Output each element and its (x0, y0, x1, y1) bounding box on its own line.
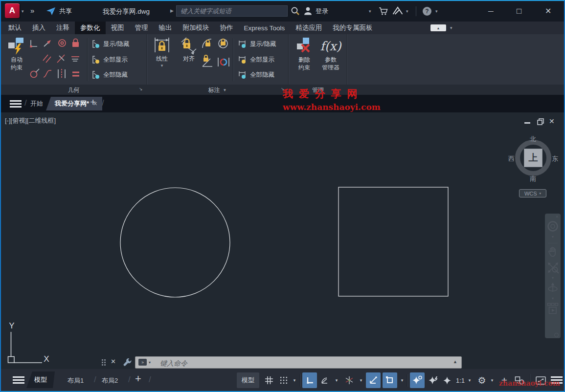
share-button[interactable]: 共享 (46, 6, 72, 16)
ribbon-tab-insert[interactable]: 插入 (27, 22, 51, 34)
dimensional-launcher-icon[interactable]: ↘ (281, 87, 285, 91)
ribbon-tab-view[interactable]: 视图 (106, 22, 130, 34)
doc-restore-button[interactable] (537, 118, 544, 125)
ribbon-minimize-menu-caret-icon[interactable]: ▾ (450, 26, 452, 30)
navbar-customize-icon[interactable] (554, 333, 559, 337)
ribbon-tab-express-tools[interactable]: Express Tools (239, 22, 291, 34)
quick-access-expand-icon[interactable]: » (30, 6, 34, 15)
autodesk-logo-icon[interactable] (392, 6, 403, 15)
annotation-monitor-button[interactable]: + (498, 372, 511, 388)
ribbon-tab-default[interactable]: 默认 (3, 22, 27, 34)
model-space-button[interactable]: 模型 (237, 372, 259, 388)
wcs-button[interactable]: WCS ▾ (519, 189, 546, 197)
navbar-close-icon[interactable]: ✕ (555, 215, 559, 219)
polar-caret-icon[interactable]: ▾ (334, 372, 339, 388)
app-logo-button[interactable]: A (5, 3, 20, 18)
command-history-caret-icon[interactable]: ▾ (149, 360, 151, 365)
workspace-gear-icon[interactable]: ⚙ (475, 372, 488, 388)
drawn-rectangle[interactable] (339, 187, 448, 296)
app-menu-caret-icon[interactable]: ▾ (22, 9, 24, 14)
aligned-dimension-button[interactable]: 对齐 (177, 36, 201, 63)
object-snap-toggle[interactable] (383, 372, 397, 388)
command-grip-handle[interactable] (102, 359, 103, 361)
grid-display-toggle[interactable] (262, 372, 276, 388)
pan-hand-icon[interactable] (547, 246, 558, 258)
ribbon-tab-annotate[interactable]: 注释 (51, 22, 75, 34)
orbit-caret-icon[interactable]: ▾ (545, 297, 561, 301)
ribbon-tab-featured-apps[interactable]: 精选应用 (290, 22, 327, 34)
clean-screen-button[interactable] (533, 372, 548, 388)
model-layout-tab[interactable]: 模型 (26, 371, 55, 388)
geometric-panel-title[interactable]: 几何 (1, 86, 146, 94)
linear-dimension-button[interactable]: 线性 ▾ (151, 36, 173, 68)
layout2-tab[interactable]: 布局2 (102, 376, 118, 385)
parameters-manager-button[interactable]: f(x) 参数 管理器 (317, 36, 344, 71)
command-prompt-icon[interactable]: > (138, 359, 147, 366)
window-close-button[interactable]: ✕ (545, 6, 551, 16)
annotation-autoscale-toggle[interactable] (427, 372, 440, 388)
geo-show-all-button[interactable]: 全部显示 (91, 55, 128, 65)
application-menu-icon[interactable] (10, 100, 22, 108)
workspace-caret-icon[interactable]: ▾ (489, 372, 495, 388)
manage-panel-title[interactable]: 管理 (289, 86, 347, 94)
viewcube-south-label[interactable]: 南 (530, 174, 536, 183)
constraint-buttons-grid[interactable] (28, 38, 86, 81)
viewcube-north-label[interactable]: 北 (530, 135, 536, 144)
isometric-caret-icon[interactable]: ▾ (358, 372, 364, 388)
polar-tracking-toggle[interactable] (319, 372, 332, 388)
window-minimize-button[interactable]: ─ (488, 7, 494, 15)
viewcube-east-label[interactable]: 东 (552, 154, 558, 163)
drawn-circle[interactable] (120, 188, 230, 297)
ribbon-minimize-button[interactable]: ▲ (430, 24, 446, 31)
help-button[interactable]: ? (423, 7, 431, 16)
dim-hide-all-button[interactable]: 全部隐藏 (238, 70, 274, 80)
ucs-icon[interactable]: Y X (8, 321, 49, 364)
ribbon-tab-parametric[interactable]: 参数化 (75, 22, 106, 34)
dimensional-panel-title-row[interactable]: 标注 ▼ (147, 86, 288, 94)
search-input[interactable] (176, 5, 288, 17)
ribbon-tab-manage[interactable]: 管理 (130, 22, 154, 34)
command-expand-icon[interactable]: ▲ (453, 359, 457, 364)
snap-caret-icon[interactable]: ▾ (292, 372, 297, 388)
geometric-launcher-icon[interactable]: ↘ (139, 87, 143, 91)
annotation-scale-value[interactable]: 1:1 (454, 372, 467, 388)
annotation-scale-caret-icon[interactable]: ▾ (467, 372, 473, 388)
navigation-wheel-icon[interactable] (547, 220, 559, 232)
sign-in-caret-icon[interactable]: ▾ (369, 9, 371, 14)
ribbon-tab-output[interactable]: 输出 (154, 22, 178, 34)
geo-show-hide-button[interactable]: 显示/隐藏 (91, 39, 129, 49)
dimension-small-buttons[interactable] (202, 38, 231, 68)
ribbon-tab-my-panel[interactable]: 我的专属面板 (327, 22, 378, 34)
annotation-visibility-toggle[interactable] (410, 372, 425, 388)
orbit-icon[interactable] (547, 282, 558, 294)
snap-mode-toggle[interactable] (278, 372, 290, 388)
autodesk-caret-icon[interactable]: ▾ (406, 9, 408, 14)
viewport-controls[interactable]: [-][俯视][二维线框] (5, 116, 56, 125)
command-input[interactable] (159, 357, 425, 369)
layout-menu-icon[interactable] (13, 376, 24, 384)
customization-menu-icon[interactable] (551, 376, 563, 384)
layout1-tab[interactable]: 布局1 (68, 376, 84, 385)
command-customize-wrench-icon[interactable] (122, 357, 133, 368)
isometric-drafting-toggle[interactable] (342, 372, 356, 388)
drawing-area[interactable]: Y X [-][俯视][二维线框] ✕ 北 西 东 南 上 WCS ▾ ✕ (1, 112, 564, 369)
ortho-mode-toggle[interactable] (302, 372, 317, 388)
osnap-caret-icon[interactable]: ▾ (399, 372, 405, 388)
isolate-objects-button[interactable] (513, 372, 526, 388)
viewcube-top-face[interactable]: 上 (524, 149, 542, 167)
sign-in-button[interactable]: 登录 (303, 6, 328, 16)
delete-constraints-button[interactable]: 删除 约束 (293, 36, 316, 71)
annotation-scale-icon-button[interactable] (441, 372, 453, 388)
navigation-wheel-caret-icon[interactable]: ▾ (545, 235, 561, 239)
command-close-icon[interactable]: ✕ (111, 358, 116, 365)
viewcube-west-label[interactable]: 西 (508, 154, 515, 163)
new-layout-button[interactable]: + (135, 372, 141, 385)
dim-show-all-button[interactable]: 全部显示 (238, 55, 274, 65)
help-caret-icon[interactable]: ▾ (435, 9, 438, 14)
auto-constrain-button[interactable]: 自动 约束 (4, 36, 29, 71)
ribbon-tab-collaborate[interactable]: 协作 (215, 22, 239, 34)
start-tab[interactable]: 开始 (30, 99, 43, 108)
object-snap-tracking-toggle[interactable] (366, 372, 381, 388)
zoom-extents-icon[interactable] (547, 261, 559, 274)
showmotion-icon[interactable] (547, 303, 559, 316)
